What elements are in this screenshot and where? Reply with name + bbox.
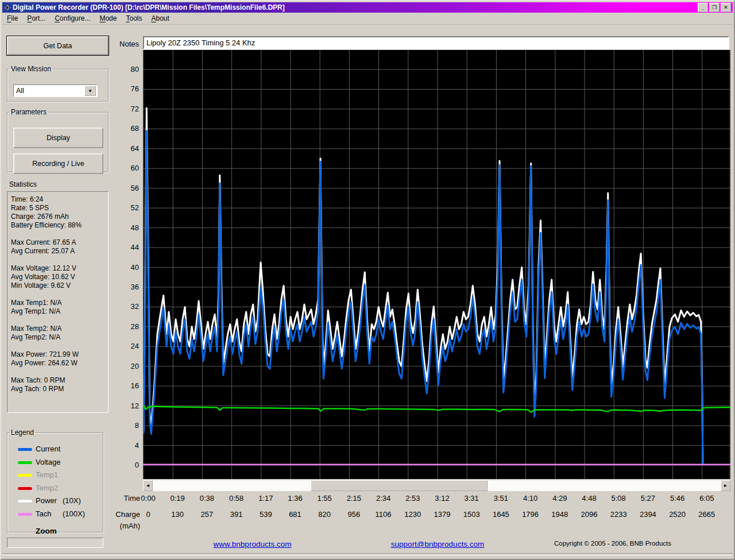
current-color-swatch — [18, 448, 32, 451]
stat-line: Avg Current: 25.07 A — [11, 247, 105, 256]
charge-tick-label: 2665 — [692, 510, 722, 519]
view-mission-group-label: View Mission — [10, 65, 52, 73]
chevron-down-icon[interactable]: ▼ — [84, 86, 96, 96]
time-tick-label: 4:48 — [574, 494, 604, 503]
charge-tick-label: 130 — [163, 510, 192, 519]
app-window: ✈ Digital Power Recorder (DPR-100) [D:\r… — [0, 0, 735, 560]
notes-input[interactable] — [143, 36, 729, 49]
time-tick-label: 1:17 — [251, 494, 281, 503]
y-tick-label: 8 — [117, 421, 139, 430]
power-color-swatch — [18, 500, 32, 503]
statistics-panel: Time: 6:24Rate: 5 SPSCharge: 2676 mAhBat… — [7, 191, 109, 413]
time-tick-label: 1:36 — [280, 494, 310, 503]
display-button-label: Display — [47, 134, 70, 142]
series-current — [144, 131, 703, 464]
time-tick-label: 0:00 — [133, 494, 163, 503]
stat-line — [11, 256, 105, 264]
legend-group-label: Legend — [10, 428, 35, 437]
restore-button[interactable]: ❐ — [709, 3, 719, 12]
legend-label: Temp1 — [36, 470, 58, 479]
minimize-button[interactable]: _ — [698, 3, 708, 12]
charge-tick-label: 1948 — [545, 510, 575, 519]
get-data-button[interactable]: Get Data — [7, 36, 109, 55]
charge-tick-label: 1379 — [427, 510, 457, 519]
legend-group: Legend CurrentVoltageTemp1Temp2Power(10X… — [7, 428, 103, 532]
time-tick-label: 2:15 — [339, 494, 369, 503]
stat-line — [11, 290, 105, 299]
stat-line: Charge: 2676 mAh — [11, 213, 105, 221]
legend-label: Voltage — [36, 458, 60, 466]
charge-tick-label: 257 — [192, 510, 222, 519]
y-tick-label: 28 — [117, 322, 139, 331]
y-tick-label: 60 — [117, 164, 139, 172]
menu-item-mode[interactable]: Mode — [95, 13, 121, 24]
title-bar: ✈ Digital Power Recorder (DPR-100) [D:\r… — [2, 2, 733, 13]
stat-line: Avg Power: 264.62 W — [11, 359, 105, 368]
statistics-label: Statistics — [9, 180, 37, 188]
display-button[interactable]: Display — [13, 128, 103, 148]
y-tick-label: 4 — [117, 441, 139, 450]
legend-item-power: Power(10X) — [7, 496, 103, 508]
legend-label: Temp2 — [36, 484, 58, 492]
charge-tick-label: 1796 — [516, 510, 546, 519]
charge-tick-label: 820 — [310, 510, 339, 519]
website-link[interactable]: www.bnbproducts.com — [191, 540, 314, 549]
time-tick-label: 0:19 — [163, 494, 192, 503]
window-title: Digital Power Recorder (DPR-100) [D:\rc\… — [13, 3, 698, 11]
y-tick-label: 24 — [117, 342, 139, 350]
stat-line — [11, 342, 105, 350]
charge-tick-label: 2233 — [604, 510, 633, 519]
scrollbar-thumb[interactable] — [311, 480, 488, 491]
menu-item-port[interactable]: Port... — [22, 13, 50, 24]
y-tick-label: 68 — [117, 124, 139, 133]
get-data-label: Get Data — [43, 42, 72, 50]
chart-scrollbar[interactable]: ◄ ► — [143, 480, 730, 491]
support-email-link[interactable]: support@bnbproducts.com — [374, 540, 501, 549]
view-mission-group: View Mission All ▼ — [7, 65, 109, 102]
charge-tick-label: 956 — [339, 510, 369, 519]
scroll-right-arrow-icon[interactable]: ► — [721, 480, 730, 491]
stat-line: Battery Efficiency: 88% — [11, 221, 105, 230]
menu-item-file[interactable]: File — [2, 13, 22, 24]
stat-line — [11, 368, 105, 376]
charge-tick-label: 2394 — [633, 510, 663, 519]
charge-tick-label: 1230 — [398, 510, 428, 519]
legend-item-voltage: Voltage — [7, 458, 103, 469]
stat-line: Avg Temp2: N/A — [11, 333, 105, 342]
y-tick-label: 12 — [117, 401, 139, 410]
menu-item-about[interactable]: About — [146, 13, 173, 24]
y-tick-label: 76 — [117, 84, 139, 93]
progress-bar — [7, 538, 103, 548]
time-tick-label: 5:27 — [633, 494, 663, 503]
charge-unit-label: (mAh) — [110, 522, 140, 530]
y-tick-label: 52 — [117, 203, 139, 212]
chart-plot[interactable] — [143, 50, 730, 479]
stat-line: Avg Tach: 0 RPM — [11, 385, 105, 393]
y-tick-label: 20 — [117, 362, 139, 370]
charge-tick-label: 2096 — [574, 510, 604, 519]
time-tick-label: 5:08 — [604, 494, 633, 503]
stat-line — [11, 230, 105, 238]
menu-item-tools[interactable]: Tools — [121, 13, 146, 24]
time-tick-label: 2:53 — [398, 494, 428, 503]
stat-line: Time: 6:24 — [11, 195, 105, 204]
legend-scale: (10X) — [63, 496, 81, 505]
charge-tick-label: 681 — [280, 510, 310, 519]
time-tick-label: 1:55 — [310, 494, 339, 503]
tach-color-swatch — [18, 513, 32, 516]
recording-live-button[interactable]: Recording / Live — [13, 153, 103, 174]
stat-line — [11, 316, 105, 325]
mission-select[interactable]: All ▼ — [13, 84, 98, 97]
legend-item-current: Current — [7, 445, 103, 456]
time-tick-label: 3:12 — [427, 494, 457, 503]
y-tick-label: 48 — [117, 223, 139, 232]
menu-item-configure[interactable]: Configure... — [50, 13, 95, 24]
notes-label: Notes — [116, 40, 139, 48]
close-button[interactable]: ✕ — [721, 3, 731, 12]
legend-zoom-label: Zoom — [36, 527, 57, 535]
parameters-group: Parameters Display Recording / Live — [7, 108, 109, 172]
scroll-left-arrow-icon[interactable]: ◄ — [143, 480, 153, 491]
stat-line: Avg Voltage: 10.62 V — [11, 273, 105, 281]
stat-line: Max Temp1: N/A — [11, 299, 105, 307]
legend-item-temp2: Temp2 — [7, 484, 103, 495]
